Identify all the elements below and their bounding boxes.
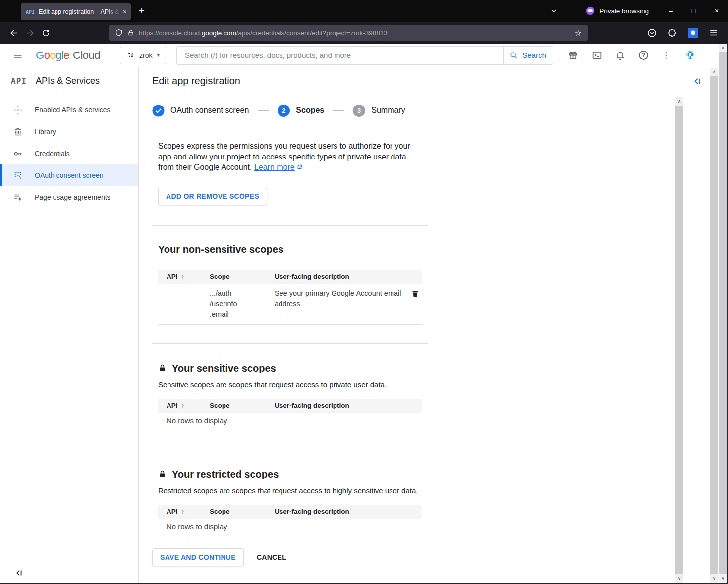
tracking-protection-shield-icon[interactable] xyxy=(115,28,123,37)
empty-table-message: No rows to display xyxy=(158,413,422,428)
step2-label[interactable]: Scopes xyxy=(296,106,324,115)
sensitive-scopes-title: Your sensitive scopes xyxy=(158,363,728,374)
gcp-header: Google Cloud zrok ▾ Search xyxy=(0,44,728,67)
tab-close-icon[interactable]: × xyxy=(123,8,127,16)
add-or-remove-scopes-button[interactable]: ADD OR REMOVE SCOPES xyxy=(158,188,267,205)
oauth-consent-icon xyxy=(13,171,23,180)
maximize-button[interactable]: □ xyxy=(682,0,705,22)
page-title: Edit app registration xyxy=(152,75,240,87)
sidebar-item-library[interactable]: Library xyxy=(0,121,138,143)
browser-window: API Edit app registration – APIs & Se × … xyxy=(0,0,728,584)
sort-ascending-icon[interactable]: ↑ xyxy=(181,273,185,281)
step-connector xyxy=(258,110,269,111)
reload-button[interactable] xyxy=(38,25,54,41)
tab-title: Edit app registration – APIs & Se xyxy=(39,8,120,15)
pocket-icon[interactable] xyxy=(647,28,657,38)
learn-more-link[interactable]: Learn more xyxy=(254,163,295,171)
scope-description: See your primary Google Account email ad… xyxy=(275,288,402,319)
library-icon xyxy=(13,127,23,136)
restricted-scopes-description: Restricted scopes are scopes that reques… xyxy=(158,486,728,495)
sensitive-scopes-description: Sensitive scopes are scopes that request… xyxy=(158,380,728,389)
scopes-intro-text: Scopes express the permissions you reque… xyxy=(158,141,420,173)
table-header: API↑ Scope User-facing description xyxy=(158,505,422,519)
cloud-shell-terminal-icon[interactable] xyxy=(592,50,602,60)
divider xyxy=(152,225,428,226)
cancel-button[interactable]: CANCEL xyxy=(257,553,286,561)
sidebar-item-oauth-consent-screen[interactable]: OAuth consent screen xyxy=(0,164,138,186)
table-header: API↑ Scope User-facing description xyxy=(158,270,422,284)
external-link-icon xyxy=(296,164,303,170)
private-mask-icon xyxy=(586,6,595,15)
minimize-button[interactable]: – xyxy=(660,0,682,22)
scroll-down-icon[interactable]: ∨ xyxy=(710,574,718,583)
gcp-nav-menu-icon[interactable] xyxy=(13,51,23,60)
browser-toolbar: https://console.cloud.google.com/apis/cr… xyxy=(0,22,728,44)
step2-circle[interactable]: 2 xyxy=(278,105,290,117)
api-product-logo: API xyxy=(11,76,27,86)
password-manager-extension-icon[interactable] xyxy=(688,28,698,38)
browser-tab[interactable]: API Edit app registration – APIs & Se × xyxy=(21,3,131,20)
step3-label[interactable]: Summary xyxy=(371,106,405,115)
scroll-up-icon[interactable]: ∧ xyxy=(719,44,727,52)
scroll-down-icon[interactable]: ∨ xyxy=(719,574,727,583)
forward-button[interactable] xyxy=(22,25,38,41)
table-header: API↑ Scope User-facing description xyxy=(158,399,422,413)
search-input[interactable] xyxy=(176,46,503,65)
sort-ascending-icon[interactable]: ↑ xyxy=(181,508,185,516)
scroll-up-icon[interactable]: ∧ xyxy=(675,97,683,106)
window-border xyxy=(0,44,0,584)
account-avatar[interactable] xyxy=(683,49,697,62)
divider xyxy=(152,343,428,344)
browser-scrollbar[interactable]: ∧ ∨ xyxy=(719,44,727,583)
url-text[interactable]: https://console.cloud.google.com/apis/cr… xyxy=(139,29,570,37)
project-selector[interactable]: zrok ▾ xyxy=(120,47,166,64)
project-icon xyxy=(126,51,135,59)
url-bar[interactable]: https://console.cloud.google.com/apis/cr… xyxy=(109,25,588,41)
list-all-tabs-chevron-icon[interactable] xyxy=(550,7,557,14)
back-button[interactable] xyxy=(6,25,22,41)
non-sensitive-scopes-title: Your non-sensitive scopes xyxy=(158,244,728,255)
sort-ascending-icon[interactable]: ↑ xyxy=(181,402,185,410)
agreements-list-icon xyxy=(13,193,23,202)
new-tab-button[interactable]: + xyxy=(139,5,145,17)
menu-hamburger-icon[interactable] xyxy=(709,28,718,37)
sidebar-item-enabled-apis[interactable]: Enabled APIs & services xyxy=(0,99,138,121)
delete-scope-trash-icon[interactable] xyxy=(411,289,419,319)
open-lock-icon xyxy=(158,363,167,373)
connection-lock-icon[interactable] xyxy=(127,29,134,37)
project-name: zrok xyxy=(139,52,152,59)
scope-value: .../auth /userinfo .email xyxy=(210,288,275,319)
search-button[interactable]: Search xyxy=(503,46,553,65)
overflow-menu-icon[interactable]: ⋮ xyxy=(662,50,670,60)
notifications-bell-icon[interactable] xyxy=(616,50,625,60)
extensions-puzzle-icon[interactable] xyxy=(668,28,677,38)
help-icon[interactable]: ? xyxy=(639,51,648,60)
free-trial-gift-icon[interactable] xyxy=(568,50,578,60)
bookmark-star-icon[interactable]: ☆ xyxy=(575,28,582,38)
sidebar-item-credentials[interactable]: Credentials xyxy=(0,143,138,164)
enabled-apis-icon xyxy=(13,106,23,115)
collapse-sidebar-icon[interactable] xyxy=(15,569,23,577)
non-sensitive-scopes-table: API↑ Scope User-facing description .../a… xyxy=(158,270,422,325)
gcp-search: Search xyxy=(176,46,553,65)
console-scrollbar[interactable]: ∧ ∨ xyxy=(710,68,718,583)
collapse-info-panel-icon[interactable] xyxy=(693,77,702,86)
table-row: .../auth /userinfo .email See your prima… xyxy=(158,284,422,325)
main-panel: Edit app registration OAuth consent scre… xyxy=(139,67,728,584)
divider xyxy=(152,449,428,449)
stepper: OAuth consent screen 2 Scopes 3 Summary xyxy=(152,104,728,117)
scroll-down-icon[interactable]: ∨ xyxy=(675,574,683,583)
step3-circle[interactable]: 3 xyxy=(353,105,365,117)
scroll-up-icon[interactable]: ∧ xyxy=(710,68,718,76)
content-scrollbar[interactable]: ∧ ∨ xyxy=(675,97,683,583)
restricted-scopes-title: Your restricted scopes xyxy=(158,469,728,480)
step-connector xyxy=(333,110,344,111)
step1-check-icon[interactable] xyxy=(152,105,165,117)
restricted-scopes-table: API↑ Scope User-facing description No ro… xyxy=(158,505,422,534)
save-and-continue-button[interactable]: SAVE AND CONTINUE xyxy=(152,548,244,566)
google-cloud-logo[interactable]: Google Cloud xyxy=(36,49,100,62)
sidebar-item-page-usage-agreements[interactable]: Page usage agreements xyxy=(0,186,138,208)
step1-label[interactable]: OAuth consent screen xyxy=(170,106,249,115)
empty-table-message: No rows to display xyxy=(158,519,422,534)
close-window-button[interactable]: × xyxy=(705,0,728,22)
